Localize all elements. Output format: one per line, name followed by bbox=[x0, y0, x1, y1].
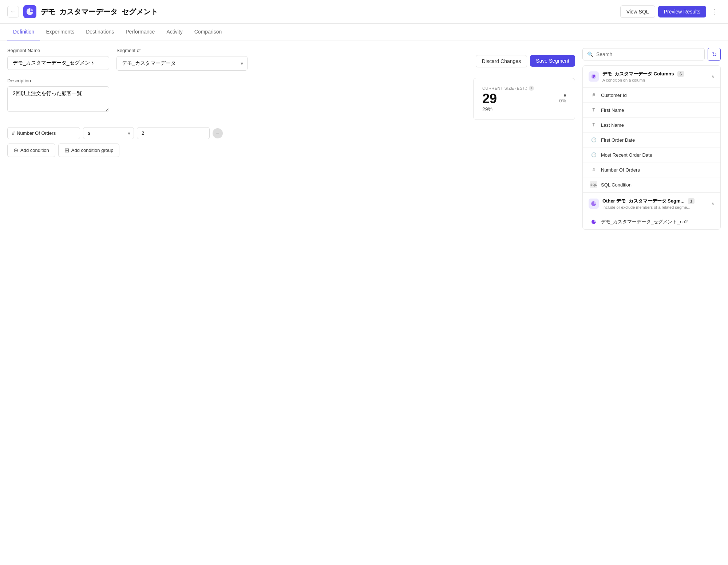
pie-small-icon bbox=[591, 219, 596, 224]
back-button[interactable]: ← bbox=[7, 6, 19, 17]
tab-experiments[interactable]: Experiments bbox=[40, 24, 80, 40]
right-panel: 🔍 ↻ bbox=[582, 48, 721, 558]
add-condition-label: Add condition bbox=[20, 148, 49, 153]
field-type-icon: # bbox=[12, 130, 15, 136]
tab-comparison[interactable]: Comparison bbox=[189, 24, 228, 40]
segment-of-select-wrapper: デモ_カスタマーデータ bbox=[116, 56, 248, 71]
search-icon: 🔍 bbox=[587, 51, 593, 57]
condition-operator-select[interactable]: ≥ bbox=[83, 127, 134, 139]
tab-activity[interactable]: Activity bbox=[161, 24, 188, 40]
segment-group-desc: Include or exclude members of a related … bbox=[602, 205, 708, 209]
condition-value-input[interactable] bbox=[137, 127, 210, 139]
description-section: Description 2回以上注文を行った顧客一覧 bbox=[7, 78, 109, 112]
size-card: CURRENT SIZE (EST.) i 29 29% 0% bbox=[473, 78, 575, 120]
column-item-customer-id[interactable]: # Customer Id bbox=[583, 88, 720, 103]
remove-condition-button[interactable]: − bbox=[213, 128, 223, 138]
description-textarea[interactable]: 2回以上注文を行った顧客一覧 bbox=[7, 86, 109, 112]
column-item-number-of-orders[interactable]: # Number Of Orders bbox=[583, 162, 720, 177]
tab-destinations[interactable]: Destinations bbox=[80, 24, 120, 40]
more-button[interactable]: ⋮ bbox=[709, 6, 721, 17]
column-name-sql-condition: SQL Condition bbox=[601, 182, 632, 188]
column-group-header[interactable]: デモ_カスタマーデータ Columns 6 A condition on a c… bbox=[583, 66, 720, 88]
column-group-desc: A condition on a column bbox=[602, 78, 708, 82]
page-title: デモ_カスタマーデータ_セグメント bbox=[41, 7, 616, 17]
number-type-icon-2: # bbox=[590, 166, 597, 173]
add-group-icon: ⊞ bbox=[64, 147, 69, 154]
field-label: Number Of Orders bbox=[17, 130, 56, 136]
refresh-button[interactable]: ↻ bbox=[708, 48, 721, 61]
column-group-icon bbox=[589, 71, 599, 82]
segment-group-icon bbox=[589, 199, 599, 209]
segment-group-info: Other デモ_カスタマーデータ Segm... 1 Include or e… bbox=[602, 198, 708, 209]
column-group-badge: 6 bbox=[677, 71, 684, 77]
add-condition-group-label: Add condition group bbox=[71, 148, 114, 153]
condition-field[interactable]: # Number Of Orders bbox=[7, 127, 80, 139]
size-percent: 29% bbox=[482, 106, 534, 112]
column-name-number-of-orders: Number Of Orders bbox=[601, 167, 640, 173]
refresh-icon: ↻ bbox=[712, 51, 717, 58]
add-buttons: ⊕ Add condition ⊞ Add condition group bbox=[7, 144, 575, 157]
segment-of-value: デモ_カスタマーデータ bbox=[122, 60, 176, 67]
column-item-sql-condition[interactable]: SQL SQL Condition bbox=[583, 177, 720, 192]
column-name-first-order-date: First Order Date bbox=[601, 137, 635, 143]
add-condition-button[interactable]: ⊕ Add condition bbox=[7, 144, 55, 157]
segment-type-icon bbox=[591, 201, 597, 207]
sql-type-icon: SQL bbox=[590, 181, 597, 188]
dot-icon bbox=[564, 94, 566, 97]
add-condition-group-button[interactable]: ⊞ Add condition group bbox=[58, 144, 120, 157]
segment-name-group: Segment Name bbox=[7, 48, 109, 70]
column-item-first-order-date[interactable]: 🕐 First Order Date bbox=[583, 133, 720, 148]
size-label: CURRENT SIZE (EST.) i bbox=[482, 86, 534, 91]
segment-group-header[interactable]: Other デモ_カスタマーデータ Segm... 1 Include or e… bbox=[583, 192, 720, 215]
chevron-up-icon: ∧ bbox=[711, 74, 715, 79]
search-box: 🔍 bbox=[582, 48, 705, 60]
clock-type-icon-1: 🕐 bbox=[590, 136, 597, 144]
segment-of-label: Segment of bbox=[116, 48, 248, 53]
discard-changes-button[interactable]: Discard Changes bbox=[476, 55, 527, 67]
back-icon: ← bbox=[10, 8, 16, 15]
column-item-last-name[interactable]: T Last Name bbox=[583, 118, 720, 133]
column-group-name: デモ_カスタマーデータ Columns 6 bbox=[602, 71, 708, 77]
add-icon: ⊕ bbox=[13, 147, 18, 154]
condition-section: # Number Of Orders ≥ − ⊕ Add condition bbox=[7, 127, 575, 157]
header-actions: View SQL Preview Results ⋮ bbox=[620, 5, 721, 18]
condition-row: # Number Of Orders ≥ − bbox=[7, 127, 575, 139]
text-type-icon-2: T bbox=[590, 121, 597, 129]
pie-chart-icon bbox=[26, 8, 34, 16]
column-item-first-name[interactable]: T First Name bbox=[583, 103, 720, 118]
size-card-left: CURRENT SIZE (EST.) i 29 29% bbox=[482, 86, 534, 112]
segment-item-name: デモ_カスタマーデータ_セグメント_no2 bbox=[601, 219, 688, 225]
segment-of-select[interactable]: デモ_カスタマーデータ bbox=[116, 56, 248, 71]
tab-performance[interactable]: Performance bbox=[120, 24, 161, 40]
tabs: Definition Experiments Destinations Perf… bbox=[0, 24, 728, 40]
info-icon: i bbox=[529, 86, 534, 91]
column-item-most-recent-order-date[interactable]: 🕐 Most Recent Order Date bbox=[583, 148, 720, 162]
segment-name-label: Segment Name bbox=[7, 48, 109, 53]
search-input[interactable] bbox=[596, 51, 700, 57]
preview-results-button[interactable]: Preview Results bbox=[658, 6, 706, 17]
clock-type-icon-2: 🕐 bbox=[590, 151, 597, 158]
description-label: Description bbox=[7, 78, 109, 83]
condition-operator-wrap: ≥ bbox=[83, 127, 134, 139]
main-content: Segment Name Segment of デモ_カスタマーデータ Disc… bbox=[0, 40, 728, 565]
left-panel: Segment Name Segment of デモ_カスタマーデータ Disc… bbox=[7, 48, 575, 558]
text-type-icon-1: T bbox=[590, 106, 597, 114]
segment-name-input[interactable] bbox=[7, 56, 109, 70]
header: ← デモ_カスタマーデータ_セグメント View SQL Preview Res… bbox=[0, 0, 728, 24]
number-type-icon: # bbox=[590, 91, 597, 99]
column-name-last-name: Last Name bbox=[601, 122, 624, 128]
columns-icon bbox=[591, 74, 597, 79]
segment-group-name: Other デモ_カスタマーデータ Segm... 1 bbox=[602, 198, 708, 204]
desc-size-row: Description 2回以上注文を行った顧客一覧 CURRENT SIZE … bbox=[7, 78, 575, 120]
view-sql-button[interactable]: View SQL bbox=[620, 5, 655, 18]
size-card-right: 0% bbox=[559, 94, 566, 103]
form-top-row: Segment Name Segment of デモ_カスタマーデータ Disc… bbox=[7, 48, 575, 71]
chevron-up-icon-2: ∧ bbox=[711, 201, 715, 206]
size-number: 29 bbox=[482, 91, 534, 106]
search-row: 🔍 ↻ bbox=[582, 48, 721, 61]
save-segment-button[interactable]: Save Segment bbox=[530, 55, 575, 67]
app-container: ← デモ_カスタマーデータ_セグメント View SQL Preview Res… bbox=[0, 0, 728, 565]
segment-item-no2[interactable]: デモ_カスタマーデータ_セグメント_no2 bbox=[583, 215, 720, 229]
tab-definition[interactable]: Definition bbox=[7, 24, 40, 40]
column-name-customer-id: Customer Id bbox=[601, 93, 627, 98]
